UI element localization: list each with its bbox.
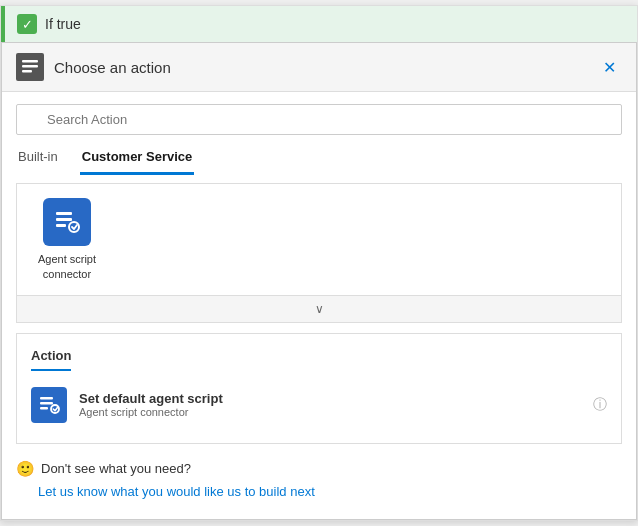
tab-customer-service[interactable]: Customer Service bbox=[80, 143, 195, 175]
svg-point-10 bbox=[51, 405, 59, 413]
action-section-title: Action bbox=[31, 348, 71, 371]
connector-label: Agent scriptconnector bbox=[38, 252, 96, 281]
expand-collapse-button[interactable]: ∨ bbox=[16, 296, 622, 323]
modal-title: Choose an action bbox=[54, 59, 587, 76]
connector-agent-script[interactable]: Agent scriptconnector bbox=[31, 198, 103, 281]
if-true-label: If true bbox=[45, 16, 81, 32]
close-button[interactable]: ✕ bbox=[597, 56, 622, 79]
footer-section: 🙂 Don't see what you need? Let us know w… bbox=[16, 454, 622, 505]
modal-header-icon bbox=[16, 53, 44, 81]
action-name: Set default agent script bbox=[79, 391, 581, 406]
search-input[interactable] bbox=[16, 104, 622, 135]
footer-link[interactable]: Let us know what you would like us to bu… bbox=[38, 484, 315, 499]
action-section: Action Set default agent script Agent sc… bbox=[16, 333, 622, 444]
action-text: Set default agent script Agent script co… bbox=[79, 391, 581, 418]
connector-icon bbox=[43, 198, 91, 246]
tabs-bar: Built-in Customer Service bbox=[2, 143, 636, 175]
if-true-bar: ✓ If true bbox=[1, 6, 637, 42]
svg-rect-5 bbox=[56, 224, 66, 227]
footer-question-text: Don't see what you need? bbox=[41, 461, 191, 476]
chevron-down-icon: ∨ bbox=[315, 302, 324, 316]
svg-rect-0 bbox=[22, 60, 38, 63]
connectors-area: Agent scriptconnector bbox=[16, 183, 622, 296]
svg-rect-1 bbox=[22, 65, 38, 68]
tab-builtin[interactable]: Built-in bbox=[16, 143, 60, 175]
search-wrapper: 🔍 bbox=[16, 104, 622, 135]
action-sub: Agent script connector bbox=[79, 406, 581, 418]
svg-rect-2 bbox=[22, 70, 32, 73]
smiley-icon: 🙂 bbox=[16, 460, 35, 478]
svg-rect-9 bbox=[40, 407, 48, 410]
svg-rect-4 bbox=[56, 218, 72, 221]
choose-action-modal: Choose an action ✕ 🔍 Built-in Customer S… bbox=[1, 42, 637, 520]
modal-header: Choose an action ✕ bbox=[2, 43, 636, 92]
search-container: 🔍 bbox=[2, 92, 636, 143]
action-item-icon bbox=[31, 387, 67, 423]
if-true-checkmark: ✓ bbox=[17, 14, 37, 34]
svg-rect-8 bbox=[40, 402, 53, 405]
svg-rect-7 bbox=[40, 397, 53, 400]
footer-question: 🙂 Don't see what you need? bbox=[16, 460, 622, 478]
svg-point-6 bbox=[69, 222, 79, 232]
svg-rect-3 bbox=[56, 212, 72, 215]
action-item[interactable]: Set default agent script Agent script co… bbox=[31, 381, 607, 429]
info-icon[interactable]: ⓘ bbox=[593, 396, 607, 414]
